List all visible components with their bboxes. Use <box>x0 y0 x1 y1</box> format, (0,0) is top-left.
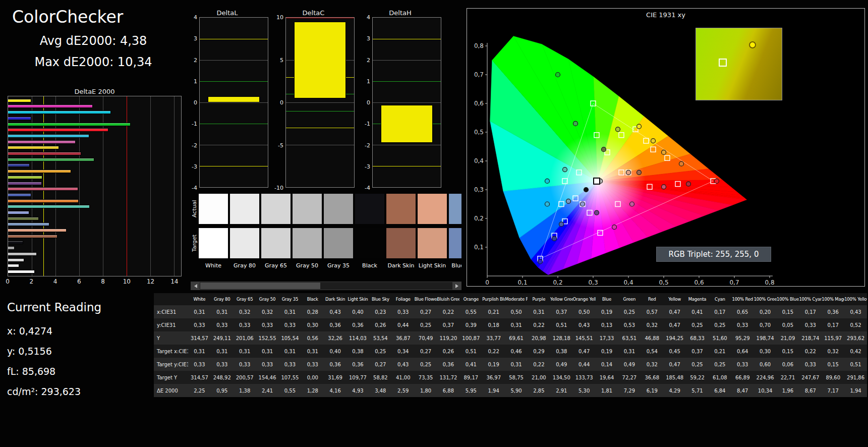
delta-bar <box>294 22 346 98</box>
scroll-right-button[interactable] <box>452 282 461 290</box>
de-bar <box>8 246 15 250</box>
table-cell: 154,46 <box>256 375 279 380</box>
swatch-scrollbar[interactable] <box>191 282 461 290</box>
measured-point[interactable] <box>552 236 557 241</box>
cie-y-tick-label: 0,4 <box>474 157 484 164</box>
actual-swatch[interactable] <box>449 194 461 224</box>
row-label: Target y:CIE31 <box>154 362 188 367</box>
column-header: Blue <box>596 297 618 302</box>
measured-point[interactable] <box>595 210 599 215</box>
target-swatch[interactable] <box>324 228 353 258</box>
target-swatch[interactable] <box>230 228 259 258</box>
swatch-label: Gray 50 <box>293 262 322 269</box>
table-cell: 0,31 <box>505 322 528 328</box>
table-cell: 36,97 <box>482 375 505 380</box>
table-cell: 0,43 <box>573 322 596 328</box>
actual-swatch[interactable] <box>293 194 322 224</box>
measured-point[interactable] <box>651 139 656 143</box>
table-cell: 105,54 <box>278 336 301 341</box>
scroll-left-button[interactable] <box>191 282 200 290</box>
actual-swatch[interactable] <box>386 194 416 224</box>
column-header: Magenta <box>686 297 709 302</box>
table-cell: 0,25 <box>618 309 641 315</box>
target-swatch[interactable] <box>261 228 291 258</box>
table-cell: 0,70 <box>754 322 777 328</box>
table-cell: 0,41 <box>686 309 709 315</box>
selected-point-marker[interactable] <box>594 178 600 184</box>
table-cell: 0,41 <box>459 362 482 367</box>
measured-point[interactable] <box>637 124 642 129</box>
target-row-label: Target <box>191 228 198 258</box>
measured-point[interactable] <box>563 167 567 172</box>
table-cell: 0,54 <box>641 349 663 354</box>
column-header: Yellow <box>663 297 686 302</box>
delta-chart-title: DeltaL <box>186 9 268 17</box>
target-swatch[interactable] <box>386 228 416 258</box>
measured-point[interactable] <box>566 199 571 203</box>
measured-point[interactable] <box>612 225 617 230</box>
max-de2000-value: Max dE2000: 10,34 <box>5 55 182 69</box>
cie-x-tick-label: 0,2 <box>553 279 562 286</box>
measured-point[interactable] <box>715 179 719 183</box>
measured-point[interactable] <box>573 121 578 126</box>
table-cell: 0,22 <box>528 362 550 367</box>
target-swatch[interactable] <box>355 228 384 258</box>
actual-swatch[interactable] <box>261 194 291 224</box>
current-reading-block: Current Reading x: 0,4274 y: 0,5156 fL: … <box>7 301 101 402</box>
actual-swatch[interactable] <box>418 194 447 224</box>
measured-point[interactable] <box>538 259 543 264</box>
de-x-tick-label: 6 <box>77 278 81 285</box>
target-swatch[interactable] <box>449 228 461 258</box>
table-row: ΔE 20002,250,951,382,410,551,284,164,933… <box>154 384 867 397</box>
colorimeter-window: ColorChecker Avg dE2000: 4,38 Max dE2000… <box>0 0 868 447</box>
de-bar <box>8 241 23 244</box>
cie-x-tick-label: 0,1 <box>517 279 527 286</box>
measured-point[interactable] <box>602 147 606 152</box>
table-cell: 0,32 <box>256 309 279 315</box>
row-label: ΔE 2000 <box>154 388 188 394</box>
actual-swatch[interactable] <box>324 194 353 224</box>
target-swatch[interactable] <box>418 228 447 258</box>
measured-point[interactable] <box>662 185 666 189</box>
reading-x: x: 0,4274 <box>7 321 101 341</box>
measured-point[interactable] <box>581 202 585 206</box>
table-cell: 8,47 <box>731 388 754 394</box>
table-cell: 0,36 <box>346 362 369 367</box>
de-bar <box>8 193 31 197</box>
scrollbar-thumb[interactable] <box>200 283 320 289</box>
measured-point[interactable] <box>630 202 634 206</box>
measured-point[interactable] <box>556 73 560 77</box>
deltae2000-bar-chart: DeltaE 2000 02468101214 <box>8 88 182 292</box>
table-row: Y314,57249,11201,06152,55105,540,5632,26… <box>154 331 867 345</box>
table-cell: 0,36 <box>324 322 346 328</box>
measured-point[interactable] <box>559 222 564 227</box>
column-header: Orange Yellow <box>573 297 596 302</box>
de-bar <box>8 182 42 185</box>
de-bar <box>8 99 31 102</box>
table-cell: 115,97 <box>822 336 844 341</box>
measured-point[interactable] <box>662 150 666 154</box>
row-label: x:CIE31 <box>154 309 188 315</box>
measured-point[interactable] <box>637 170 642 175</box>
actual-swatch[interactable] <box>199 194 228 224</box>
deltae-chart-plot <box>8 96 182 276</box>
measured-point[interactable] <box>545 179 550 183</box>
cie-chart-title: CIE 1931 xy <box>467 11 864 19</box>
target-swatch[interactable] <box>199 228 228 258</box>
table-cell: 1,28 <box>301 388 324 394</box>
delta-gridline <box>373 166 441 166</box>
measured-point[interactable] <box>616 127 620 132</box>
measured-point[interactable] <box>584 188 589 192</box>
actual-swatch[interactable] <box>230 194 259 224</box>
measured-point[interactable] <box>686 182 691 186</box>
measured-point[interactable] <box>626 170 631 175</box>
measured-point[interactable] <box>545 202 550 206</box>
table-cell: 0,28 <box>301 309 324 315</box>
table-cell: 0,95 <box>211 388 234 394</box>
actual-swatch[interactable] <box>355 194 384 224</box>
measured-point[interactable] <box>679 161 684 166</box>
table-cell: 0,43 <box>392 362 415 367</box>
table-cell: 33,77 <box>482 336 505 341</box>
table-cell: 0,47 <box>663 322 686 328</box>
target-swatch[interactable] <box>293 228 322 258</box>
